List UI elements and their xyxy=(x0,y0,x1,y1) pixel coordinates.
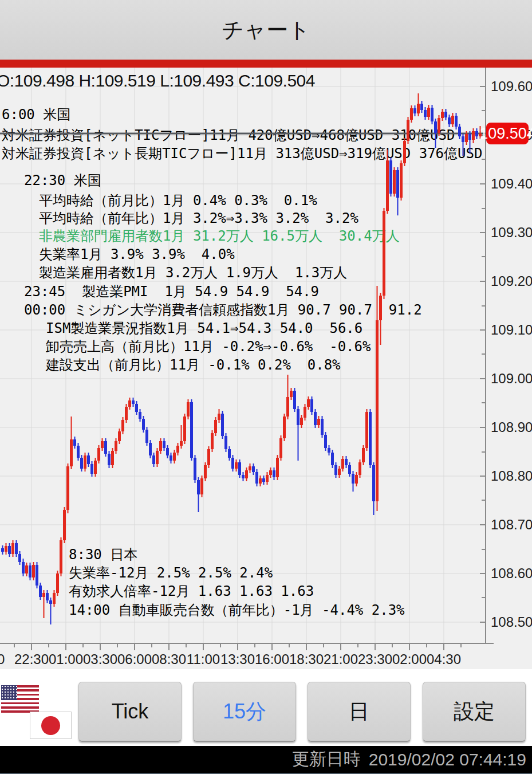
price-axis-label: 108.800 xyxy=(491,468,531,484)
japan-flag-sun xyxy=(41,716,60,735)
title-bar: チャート xyxy=(0,0,532,60)
tick-button[interactable]: Tick xyxy=(78,682,182,742)
price-axis-label: 109.400 xyxy=(491,176,531,192)
price-axis-label: 108.900 xyxy=(491,419,531,435)
chart-area[interactable]: 6:00 米国対米証券投資[ネットTICフロー]11月 420億USD⇒468億… xyxy=(0,68,532,669)
japan-flag-icon[interactable] xyxy=(30,712,72,739)
accent-strip xyxy=(0,60,532,68)
price-axis-label: 109.600 xyxy=(491,78,531,95)
settings-button[interactable]: 設定 xyxy=(423,682,526,742)
updated-at-value: 2019/02/02 07:44:19 xyxy=(369,750,526,769)
ohlc-readout: O:109.498 H:109.519 L:109.493 C:109.504 xyxy=(0,71,315,91)
price-axis-label: 109.300 xyxy=(491,225,531,241)
bottom-toolbar: Tick 15分 日 設定 xyxy=(0,669,532,746)
updated-at-label: 更新日時 xyxy=(292,748,361,771)
timeframe-15min-button[interactable]: 15分 xyxy=(193,682,296,742)
current-price-badge: 109.504 xyxy=(486,123,529,144)
price-axis-label: 109.100 xyxy=(491,322,531,338)
price-axis-label: 109.200 xyxy=(491,273,531,289)
price-axis-label: 109.000 xyxy=(491,371,531,387)
candlestick-plot[interactable] xyxy=(0,68,532,669)
price-axis-label: 108.500 xyxy=(491,614,531,630)
status-bar: 更新日時 2019/02/02 07:44:19 xyxy=(0,746,532,774)
page-title: チャート xyxy=(222,15,310,45)
price-axis-label: 108.700 xyxy=(491,517,531,533)
app-screen: チャート 6:00 米国対米証券投資[ネットTICフロー]11月 420億USD… xyxy=(0,0,532,774)
daily-button[interactable]: 日 xyxy=(308,682,411,742)
us-flag-icon[interactable] xyxy=(1,685,39,713)
us-flag-canton xyxy=(1,685,17,700)
time-axis-label: 04:30 xyxy=(416,651,471,667)
price-axis-label: 108.600 xyxy=(491,565,531,582)
